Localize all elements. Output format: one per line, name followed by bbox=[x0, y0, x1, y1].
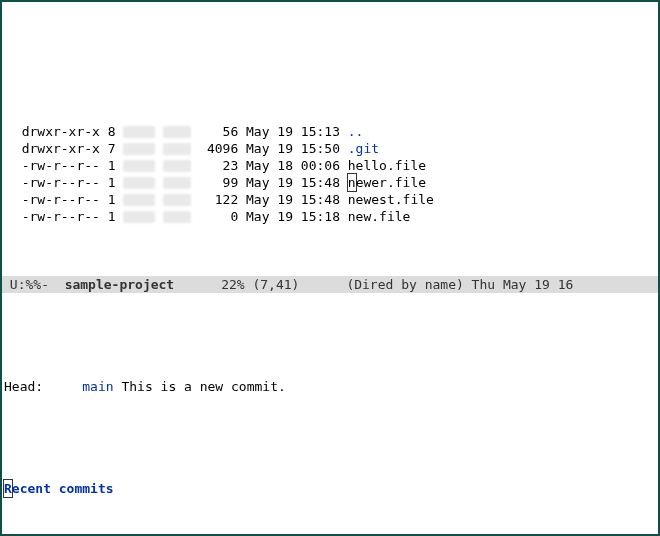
redacted-owner bbox=[123, 126, 155, 138]
dired-rows: drwxr-xr-x 8 56 May 19 15:13 .. drwxr-xr… bbox=[2, 123, 658, 225]
dired-buffer-name: sample-project bbox=[65, 277, 175, 292]
dired-pane: drwxr-xr-x 8 56 May 19 15:13 .. drwxr-xr… bbox=[2, 87, 658, 242]
branch-name[interactable]: main bbox=[82, 379, 113, 394]
file-name: .git bbox=[348, 141, 379, 156]
file-name: newest.file bbox=[348, 192, 434, 207]
redacted-group bbox=[163, 194, 191, 206]
dired-row[interactable]: -rw-r--r-- 1 23 May 18 00:06 hello.file bbox=[2, 157, 658, 174]
cursor: R bbox=[3, 479, 13, 498]
cursor: n bbox=[347, 173, 357, 192]
dired-row[interactable]: -rw-r--r-- 1 122 May 19 15:48 newest.fil… bbox=[2, 191, 658, 208]
redacted-owner bbox=[123, 194, 155, 206]
redacted-group bbox=[163, 126, 191, 138]
file-name: hello.file bbox=[348, 158, 426, 173]
dired-row[interactable]: -rw-r--r-- 1 0 May 19 15:18 new.file bbox=[2, 208, 658, 225]
recent-commits-section[interactable]: Recent commits bbox=[2, 480, 658, 497]
redacted-owner bbox=[123, 211, 155, 223]
redacted-owner bbox=[123, 143, 155, 155]
dir-link[interactable]: .. bbox=[348, 124, 364, 139]
file-name: newer.file bbox=[348, 175, 426, 190]
file-name: .. bbox=[348, 124, 364, 139]
dir-link[interactable]: .git bbox=[348, 141, 379, 156]
modeline-dired: U:%%- sample-project 22% (7,41) (Dired b… bbox=[2, 276, 658, 293]
redacted-group bbox=[163, 143, 191, 155]
redacted-group bbox=[163, 177, 191, 189]
magit-status-pane: Head: main This is a new commit. Recent … bbox=[2, 344, 658, 536]
redacted-group bbox=[163, 211, 191, 223]
dired-row[interactable]: drwxr-xr-x 8 56 May 19 15:13 .. bbox=[2, 123, 658, 140]
dired-row[interactable]: -rw-r--r-- 1 99 May 19 15:48 newer.file bbox=[2, 174, 658, 191]
file-name: new.file bbox=[348, 209, 411, 224]
dired-row[interactable]: drwxr-xr-x 7 4096 May 19 15:50 .git bbox=[2, 140, 658, 157]
redacted-owner bbox=[123, 160, 155, 172]
magit-head-line: Head: main This is a new commit. bbox=[2, 378, 658, 395]
redacted-owner bbox=[123, 177, 155, 189]
redacted-group bbox=[163, 160, 191, 172]
